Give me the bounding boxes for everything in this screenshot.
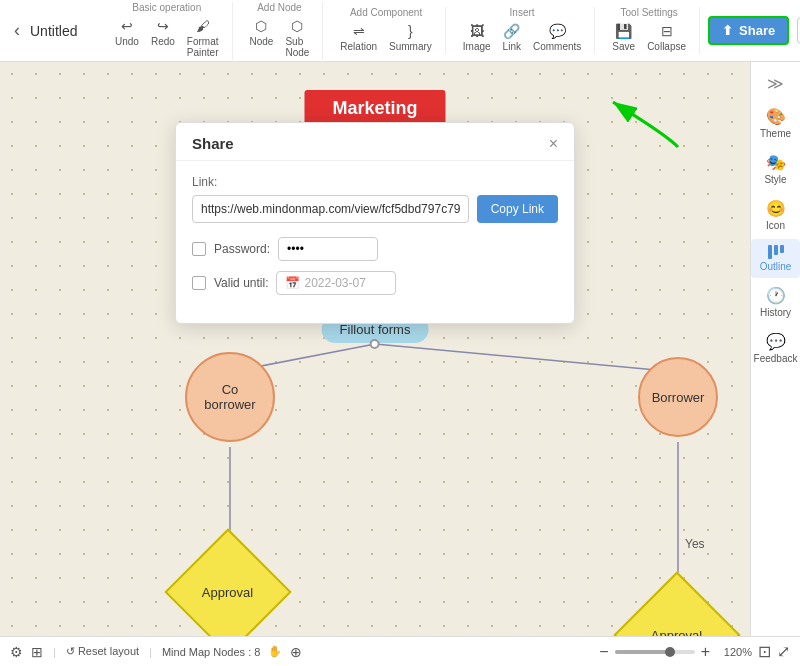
- undo-button[interactable]: ↩ Undo: [110, 15, 144, 60]
- summary-button[interactable]: } Summary: [384, 20, 437, 54]
- icon-icon: 😊: [766, 199, 786, 218]
- sidebar-item-style[interactable]: 🎭 Style: [751, 147, 800, 191]
- password-row: Password:: [192, 237, 558, 261]
- canvas[interactable]: Marketing Fillout forms Co borrower: [0, 62, 750, 636]
- add-component-group: Add Component ⇌ Relation } Summary: [327, 7, 446, 54]
- basic-operation-label: Basic operation: [132, 2, 201, 13]
- zoom-controls: − + 120% ⊡ ⤢: [599, 642, 790, 661]
- add-node-group: Add Node ⬡ Node ⬡ Sub Node: [237, 2, 324, 60]
- add-component-label: Add Component: [350, 7, 422, 18]
- valid-until-checkbox[interactable]: [192, 276, 206, 290]
- sidebar-item-chevrons[interactable]: ≫: [751, 68, 800, 99]
- dialog-close-button[interactable]: ×: [549, 136, 558, 152]
- hand-icon[interactable]: ✋: [268, 645, 282, 658]
- right-sidebar: ≫ 🎨 Theme 🎭 Style 😊 Icon Outline 🕐 Histo…: [750, 62, 800, 636]
- sidebar-item-feedback[interactable]: 💬 Feedback: [751, 326, 800, 370]
- status-bar: ⚙ ⊞ | ↺ Reset layout | Mind Map Nodes : …: [0, 636, 800, 666]
- style-icon: 🎭: [766, 153, 786, 172]
- redo-button[interactable]: ↪ Redo: [146, 15, 180, 60]
- reset-layout-button[interactable]: ↺ Reset layout: [66, 645, 139, 658]
- sidebar-item-theme[interactable]: 🎨 Theme: [751, 101, 800, 145]
- dialog-header: Share ×: [176, 123, 574, 161]
- sidebar-item-history[interactable]: 🕐 History: [751, 280, 800, 324]
- tool-settings-group: Tool Settings 💾 Save ⊟ Collapse: [599, 7, 700, 54]
- calendar-icon: 📅: [285, 276, 300, 290]
- subnode-button[interactable]: ⬡ Sub Node: [280, 15, 314, 60]
- comments-button[interactable]: 💬 Comments: [528, 20, 586, 54]
- save-button[interactable]: 💾 Save: [607, 20, 640, 54]
- insert-group: Insert 🖼 Image 🔗 Link 💬 Comments: [450, 7, 596, 54]
- password-input[interactable]: [278, 237, 378, 261]
- sidebar-item-icon[interactable]: 😊 Icon: [751, 193, 800, 237]
- dialog-overlay: Share × Link: Copy Link Password:: [0, 62, 750, 636]
- dialog-title: Share: [192, 135, 234, 152]
- tool-settings-label: Tool Settings: [621, 7, 678, 18]
- toolbar: ‹ Untitled Basic operation ↩ Undo ↪ Redo…: [0, 0, 800, 62]
- collapse-button[interactable]: ⊟ Collapse: [642, 20, 691, 54]
- image-button[interactable]: 🖼 Image: [458, 20, 496, 54]
- fit-view-button[interactable]: ⊡: [758, 642, 771, 661]
- zoom-value-label: 120%: [716, 646, 752, 658]
- settings-icon[interactable]: ⚙: [10, 644, 23, 660]
- copy-link-button[interactable]: Copy Link: [477, 195, 558, 223]
- link-input[interactable]: [192, 195, 469, 223]
- zoom-in-button[interactable]: +: [701, 643, 710, 661]
- relation-button[interactable]: ⇌ Relation: [335, 20, 382, 54]
- feedback-icon: 💬: [766, 332, 786, 351]
- password-checkbox[interactable]: [192, 242, 206, 256]
- back-button[interactable]: ‹: [8, 16, 26, 45]
- valid-until-date-input[interactable]: 📅 2022-03-07: [276, 271, 396, 295]
- share-dialog: Share × Link: Copy Link Password:: [175, 122, 575, 324]
- link-label: Link:: [192, 175, 558, 189]
- dialog-body: Link: Copy Link Password: Valid until:: [176, 161, 574, 323]
- share-button[interactable]: ⬆ Share: [708, 16, 789, 45]
- valid-until-row: Valid until: 📅 2022-03-07: [192, 271, 558, 295]
- history-icon: 🕐: [766, 286, 786, 305]
- link-button[interactable]: 🔗 Link: [498, 20, 526, 54]
- grid-icon[interactable]: ⊞: [31, 644, 43, 660]
- add-node-label: Add Node: [257, 2, 301, 13]
- fullscreen-button[interactable]: ⤢: [777, 642, 790, 661]
- sidebar-item-outline[interactable]: Outline: [751, 239, 800, 278]
- document-title: Untitled: [30, 23, 90, 39]
- basic-operation-group: Basic operation ↩ Undo ↪ Redo 🖌 Format P…: [102, 2, 233, 60]
- zoom-out-button[interactable]: −: [599, 643, 608, 661]
- password-label: Password:: [214, 242, 270, 256]
- insert-label: Insert: [510, 7, 535, 18]
- main-area: Marketing Fillout forms Co borrower: [0, 62, 800, 636]
- outline-icon: [768, 245, 784, 259]
- valid-until-label: Valid until:: [214, 276, 268, 290]
- node-count-label: Mind Map Nodes : 8: [162, 646, 260, 658]
- link-row: Copy Link: [192, 195, 558, 223]
- zoom-slider[interactable]: [615, 650, 695, 654]
- node-button[interactable]: ⬡ Node: [245, 15, 279, 60]
- theme-icon: 🎨: [766, 107, 786, 126]
- share-icon: ⬆: [722, 23, 733, 38]
- format-painter-button[interactable]: 🖌 Format Painter: [182, 15, 224, 60]
- add-node-status-button[interactable]: ⊕: [290, 644, 302, 660]
